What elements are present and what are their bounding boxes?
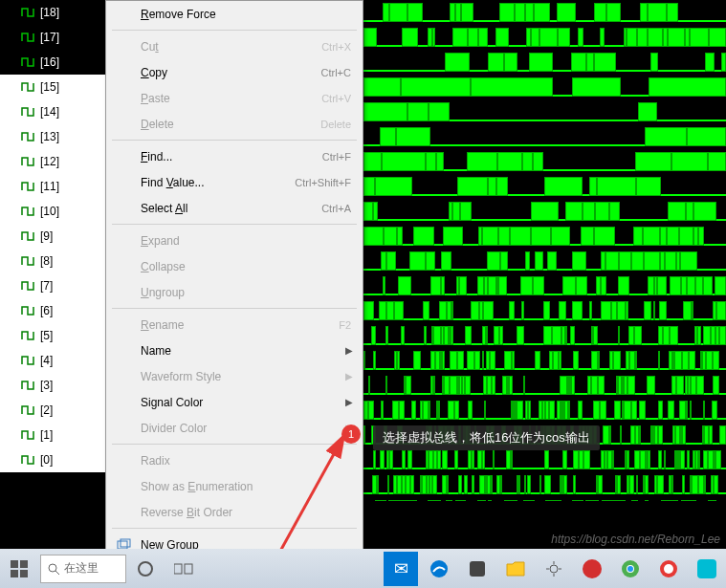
signal-item[interactable]: [4] <box>0 348 105 373</box>
app-icon[interactable] <box>458 550 496 588</box>
signal-icon <box>21 230 34 242</box>
app-icon[interactable] <box>573 550 611 588</box>
shortcut-label: Ctrl+A <box>321 203 351 214</box>
signal-icon <box>21 81 34 93</box>
signal-icon <box>21 56 34 68</box>
signal-label: [1] <box>40 428 53 442</box>
menu-copy[interactable]: CopyCtrl+C <box>106 59 363 85</box>
menu-signal-color[interactable]: Signal Color▶ <box>106 389 363 415</box>
signal-item[interactable]: [8] <box>0 249 105 273</box>
svg-rect-0 <box>118 541 127 549</box>
signal-item[interactable]: [12] <box>0 149 105 174</box>
signal-item[interactable]: [7] <box>0 273 105 298</box>
settings-icon[interactable] <box>535 550 573 588</box>
chevron-right-icon: ▶ <box>345 371 353 381</box>
app-icon[interactable]: ✉ <box>384 552 418 586</box>
signal-icon <box>21 429 34 441</box>
signal-icon <box>21 305 34 316</box>
signal-label: [13] <box>40 130 59 143</box>
signal-item[interactable]: [0] <box>0 447 105 472</box>
svg-rect-6 <box>20 570 28 577</box>
svg-rect-15 <box>583 559 602 578</box>
svg-rect-3 <box>11 560 18 568</box>
signal-icon <box>21 380 34 391</box>
signal-icon <box>21 106 34 118</box>
menu-rename: RenameF2 <box>106 312 363 338</box>
signal-item[interactable]: [10] <box>0 199 105 224</box>
signal-item[interactable]: [17] <box>0 25 105 50</box>
menu-reverse-bit: Reverse Bit Order <box>106 499 363 525</box>
app-icon[interactable] <box>688 550 726 588</box>
task-view-icon[interactable] <box>165 550 203 588</box>
chrome-icon[interactable] <box>611 550 649 588</box>
signal-item[interactable]: [11] <box>0 174 105 199</box>
menu-remove-force[interactable]: Remove Force <box>106 1 363 27</box>
menu-radix: Radix <box>106 447 363 473</box>
svg-rect-5 <box>11 570 18 577</box>
shortcut-label: Ctrl+C <box>321 67 351 78</box>
svg-rect-11 <box>185 564 192 574</box>
shortcut-label: Ctrl+Shift+F <box>295 177 351 188</box>
signal-icon <box>21 330 34 341</box>
svg-point-20 <box>664 564 673 574</box>
signal-label: [2] <box>40 403 53 417</box>
app-icon[interactable] <box>649 550 688 588</box>
start-button[interactable] <box>0 550 38 588</box>
menu-cut: CutCtrl+X <box>106 33 363 59</box>
windows-taskbar[interactable]: 在这里 ✉ <box>0 549 726 588</box>
menu-select-all[interactable]: Select AllCtrl+A <box>106 195 363 221</box>
signal-icon <box>21 181 34 192</box>
signal-list: [18][17][16][15][14][13][12][11][10][9][… <box>0 0 105 472</box>
signal-label: [9] <box>40 229 53 243</box>
svg-line-8 <box>55 571 59 575</box>
menu-separator <box>112 224 357 225</box>
signal-item[interactable]: [14] <box>0 99 105 124</box>
signal-item[interactable]: [6] <box>0 298 105 323</box>
signal-label: [15] <box>40 80 59 94</box>
menu-delete: DeleteDelete <box>106 111 363 137</box>
svg-point-9 <box>139 562 152 576</box>
signal-label: [3] <box>40 379 53 392</box>
signal-item[interactable]: [3] <box>0 373 105 398</box>
signal-icon <box>21 206 34 217</box>
signal-item[interactable]: [1] <box>0 423 105 447</box>
signal-icon <box>21 280 34 292</box>
signal-item[interactable]: [5] <box>0 323 105 348</box>
menu-separator <box>112 30 357 31</box>
signal-icon <box>21 32 34 43</box>
annotation-tooltip: 选择虚拟总线，将低16位作为cos输出 <box>373 425 600 450</box>
svg-point-7 <box>49 564 56 572</box>
signal-item[interactable]: [9] <box>0 224 105 249</box>
menu-expand: Expand <box>106 228 363 253</box>
signal-label: [4] <box>40 354 53 367</box>
search-icon <box>47 562 60 576</box>
svg-rect-13 <box>470 561 485 577</box>
signal-item[interactable]: [16] <box>0 50 105 75</box>
menu-separator <box>112 140 357 141</box>
explorer-icon[interactable] <box>496 550 535 588</box>
chevron-right-icon: ▶ <box>345 397 353 407</box>
taskbar-search[interactable]: 在这里 <box>40 555 126 583</box>
signal-label: [5] <box>40 329 53 342</box>
shortcut-label: F2 <box>339 319 351 331</box>
signal-item[interactable]: [18] <box>0 0 105 25</box>
signal-label: [17] <box>40 31 59 44</box>
svg-rect-4 <box>20 560 28 568</box>
menu-find[interactable]: Find...Ctrl+F <box>106 143 363 169</box>
svg-point-14 <box>550 565 558 573</box>
signal-item[interactable]: [13] <box>0 124 105 149</box>
watermark: https://blog.csdn.net/Reborn_Lee <box>551 533 720 546</box>
edge-icon[interactable] <box>420 550 458 588</box>
menu-name[interactable]: Name▶ <box>106 338 363 363</box>
menu-show-enum: Show as Enumeration <box>106 473 363 499</box>
cortana-icon[interactable] <box>126 550 165 588</box>
signal-label: [10] <box>40 205 59 218</box>
signal-icon <box>21 156 34 167</box>
signal-item[interactable]: [2] <box>0 398 105 423</box>
menu-find-value[interactable]: Find Value...Ctrl+Shift+F <box>106 169 363 195</box>
signal-icon <box>21 404 34 416</box>
menu-ungroup: Ungroup <box>106 279 363 305</box>
signal-item[interactable]: [15] <box>0 75 105 99</box>
menu-collapse: Collapse <box>106 253 363 279</box>
signal-label: [11] <box>40 180 59 193</box>
